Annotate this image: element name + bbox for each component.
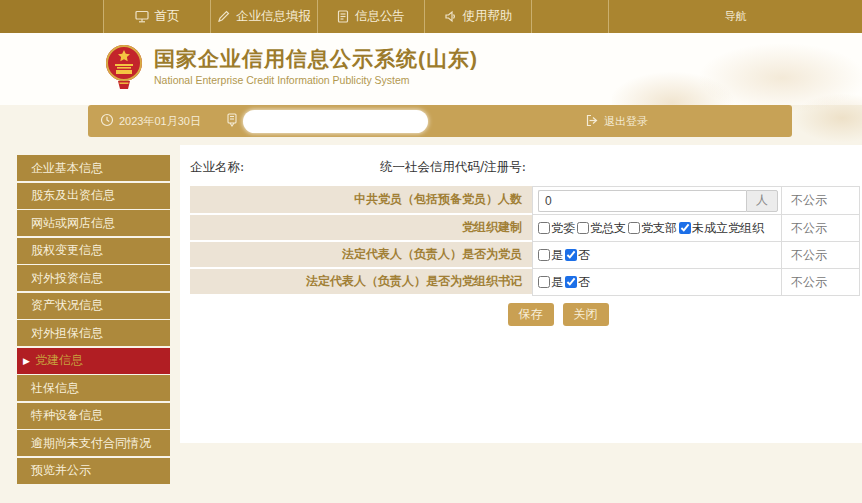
site-header: 国家企业信用信息公示系统(山东) National Enterprise Cre… <box>0 33 862 105</box>
current-date: 2023年01月30日 <box>119 114 201 129</box>
nav-item-announcements[interactable]: 信息公告 <box>317 0 424 33</box>
checkbox[interactable] <box>538 276 550 288</box>
form-row-value: 是否 <box>532 242 782 269</box>
company-headline: 企业名称: 统一社会信用代码/注册号: <box>190 159 850 176</box>
sidebar-item[interactable]: 对外担保信息 <box>17 320 170 346</box>
sidebar-item[interactable]: 对外投资信息 <box>17 265 170 291</box>
credit-code-label: 统一社会信用代码/注册号: <box>380 159 526 176</box>
checkbox[interactable] <box>565 249 577 261</box>
checkbox-option[interactable]: 否 <box>565 247 590 264</box>
sidebar-item[interactable]: 网站或网店信息 <box>17 210 170 236</box>
nav-item-label: 信息公告 <box>355 8 405 25</box>
checkbox-option[interactable]: 党总支 <box>577 220 626 237</box>
sidebar-item-label: 资产状况信息 <box>31 297 103 314</box>
form-row-label: 中共党员（包括预备党员）人数 <box>190 186 532 215</box>
form-row: 法定代表人（负责人）是否为党组织书记是否不公示 <box>190 269 860 296</box>
form-row-label: 法定代表人（负责人）是否为党组织书记 <box>190 269 532 296</box>
checkbox[interactable] <box>577 222 589 234</box>
form-row-value: 是否 <box>532 269 782 296</box>
nav-gap <box>531 0 608 33</box>
sidebar-item[interactable]: 股权变更信息 <box>17 238 170 264</box>
form-row-value: 党委党总支党支部未成立党组织 <box>532 215 782 242</box>
checkbox-label: 未成立党组织 <box>692 220 764 237</box>
checkbox[interactable] <box>679 222 691 234</box>
selected-arrow-icon: ▶ <box>23 356 30 366</box>
nav-spacer <box>0 0 103 33</box>
form-row: 党组织建制党委党总支党支部未成立党组织不公示 <box>190 215 860 242</box>
page: 首页 企业信息填报 信息公告 使用帮助 导航 <box>0 0 862 503</box>
site-title: 国家企业信用信息公示系统(山东) <box>154 46 478 72</box>
monitor-icon <box>135 10 149 23</box>
party-member-count-input[interactable] <box>538 190 746 212</box>
company-identity <box>226 105 428 137</box>
logout-button[interactable]: 退出登录 <box>585 105 648 137</box>
sidebar-item-label: 预览并公示 <box>31 462 91 479</box>
nav-item-help[interactable]: 使用帮助 <box>424 0 531 33</box>
checkbox-label: 党总支 <box>590 220 626 237</box>
sidebar-item[interactable]: 逾期尚未支付合同情况 <box>17 430 170 456</box>
exit-icon <box>585 114 599 129</box>
checkbox-option[interactable]: 未成立党组织 <box>679 220 764 237</box>
form-row: 中共党员（包括预备党员）人数人不公示 <box>190 186 860 215</box>
company-name-redacted <box>243 110 428 133</box>
sidebar-item-label: 对外投资信息 <box>31 270 103 287</box>
sidebar-item[interactable]: 特种设备信息 <box>17 403 170 429</box>
checkbox-label: 否 <box>578 247 590 264</box>
sidebar-item[interactable]: 预览并公示 <box>17 458 170 484</box>
sidebar-item[interactable]: 社保信息 <box>17 375 170 401</box>
company-name-label: 企业名称: <box>190 159 244 174</box>
sidebar-item-label: 特种设备信息 <box>31 407 103 424</box>
logout-label: 退出登录 <box>604 114 648 129</box>
sidebar-item-label: 逾期尚未支付合同情况 <box>31 435 151 452</box>
publish-status: 不公示 <box>782 186 860 215</box>
unit-addon: 人 <box>746 190 778 212</box>
sidebar: 企业基本信息股东及出资信息网站或网店信息股权变更信息对外投资信息资产状况信息对外… <box>17 155 170 485</box>
close-button[interactable]: 关闭 <box>563 303 609 326</box>
form-row: 法定代表人（负责人）是否为党员是否不公示 <box>190 242 860 269</box>
checkbox-label: 是 <box>551 247 563 264</box>
sidebar-item[interactable]: 资产状况信息 <box>17 293 170 319</box>
checkbox[interactable] <box>538 249 550 261</box>
form-row-label: 法定代表人（负责人）是否为党员 <box>190 242 532 269</box>
sidebar-item-label: 股权变更信息 <box>31 242 103 259</box>
nav-item-navigation[interactable]: 导航 <box>608 0 862 33</box>
checkbox-label: 党支部 <box>641 220 677 237</box>
clock-icon <box>100 113 114 129</box>
nav-item-home[interactable]: 首页 <box>103 0 210 33</box>
checkbox-option[interactable]: 是 <box>538 247 563 264</box>
form-row-label: 党组织建制 <box>190 215 532 242</box>
sidebar-item-label: 股东及出资信息 <box>31 187 115 204</box>
site-subtitle: National Enterprise Credit Information P… <box>154 74 478 86</box>
top-nav: 首页 企业信息填报 信息公告 使用帮助 导航 <box>0 0 862 33</box>
sidebar-item-label: 网站或网店信息 <box>31 215 115 232</box>
checkbox-option[interactable]: 是 <box>538 274 563 291</box>
checkbox[interactable] <box>628 222 640 234</box>
user-bar: 2023年01月30日 退出登录 <box>88 105 792 137</box>
sidebar-item-label: 对外担保信息 <box>31 325 103 342</box>
company-badge-icon <box>226 113 238 129</box>
publish-status: 不公示 <box>782 215 860 242</box>
sidebar-item-label: 党建信息 <box>35 352 83 369</box>
checkbox-label: 是 <box>551 274 563 291</box>
content-panel: 企业名称: 统一社会信用代码/注册号: 中共党员（包括预备党员）人数人不公示党组… <box>180 145 862 443</box>
checkbox-option[interactable]: 党委 <box>538 220 575 237</box>
sidebar-item[interactable]: 企业基本信息 <box>17 155 170 181</box>
save-button[interactable]: 保存 <box>508 303 554 326</box>
checkbox[interactable] <box>538 222 550 234</box>
sidebar-item[interactable]: 股东及出资信息 <box>17 183 170 209</box>
sidebar-item[interactable]: ▶党建信息 <box>17 348 170 374</box>
party-info-form: 中共党员（包括预备党员）人数人不公示党组织建制党委党总支党支部未成立党组织不公示… <box>190 186 860 296</box>
checkbox-label: 否 <box>578 274 590 291</box>
date-display: 2023年01月30日 <box>100 105 201 137</box>
publish-status: 不公示 <box>782 269 860 296</box>
nav-item-label: 使用帮助 <box>463 8 513 25</box>
nav-item-enterprise-filing[interactable]: 企业信息填报 <box>210 0 317 33</box>
nav-item-label: 企业信息填报 <box>236 8 311 25</box>
checkbox-option[interactable]: 否 <box>565 274 590 291</box>
form-row-value: 人 <box>532 186 782 215</box>
checkbox[interactable] <box>565 276 577 288</box>
brand: 国家企业信用信息公示系统(山东) National Enterprise Cre… <box>104 43 478 91</box>
sidebar-item-label: 企业基本信息 <box>31 160 103 177</box>
publish-status: 不公示 <box>782 242 860 269</box>
checkbox-option[interactable]: 党支部 <box>628 220 677 237</box>
